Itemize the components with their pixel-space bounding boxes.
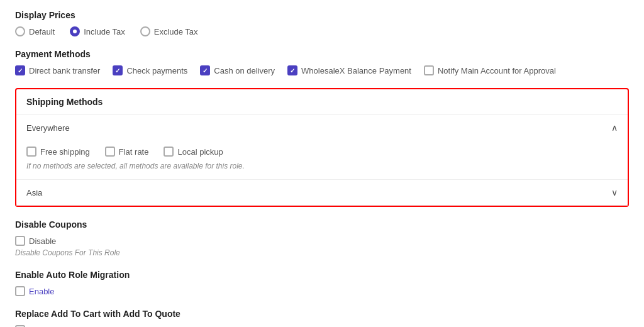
- page-container: Display Prices Default Include Tax Exclu…: [0, 0, 644, 327]
- payment-wholesalex-balance-label: WholesaleX Balance Payment: [301, 66, 411, 75]
- zone-asia-title-row[interactable]: Asia ∨: [16, 180, 628, 205]
- payment-methods-label: Payment Methods: [15, 49, 629, 59]
- shipping-local-pickup[interactable]: Local pickup: [164, 147, 223, 157]
- checkbox-disable-coupons: [15, 236, 25, 246]
- replace-add-to-cart-label: Replace Add To Cart with Add To Quote: [15, 309, 629, 319]
- disable-coupons-section: Disable Coupons Disable Disable Coupons …: [15, 219, 629, 257]
- enable-auto-role-checkbox-label: Enable: [29, 287, 54, 296]
- shipping-free[interactable]: Free shipping: [26, 147, 90, 157]
- checkbox-check-payments: [113, 65, 123, 75]
- disable-coupons-checkbox-item[interactable]: Disable: [15, 236, 629, 246]
- checkbox-cash-on-delivery: [200, 65, 210, 75]
- shipping-flat-rate[interactable]: Flat rate: [105, 147, 149, 157]
- disable-coupons-checkbox-label: Disable: [29, 236, 56, 246]
- payment-methods-group: Direct bank transfer Check payments Cash…: [15, 65, 629, 75]
- payment-cash-on-delivery[interactable]: Cash on delivery: [200, 65, 275, 75]
- checkbox-local-pickup: [164, 147, 174, 157]
- zone-everywhere-content: Free shipping Flat rate Local pickup If …: [16, 140, 628, 179]
- payment-direct-bank-label: Direct bank transfer: [29, 66, 100, 75]
- chevron-down-icon: ∨: [611, 187, 618, 197]
- checkbox-direct-bank: [15, 65, 25, 75]
- disable-coupons-sub-label: Disable Coupons For This Role: [15, 248, 629, 257]
- everywhere-methods-row: Free shipping Flat rate Local pickup: [26, 147, 618, 157]
- display-prices-radio-group: Default Include Tax Exclude Tax: [15, 26, 629, 36]
- replace-add-to-cart-section: Replace Add To Cart with Add To Quote Re…: [15, 309, 629, 327]
- radio-circle-exclude-tax: [140, 26, 150, 36]
- radio-circle-default: [15, 26, 25, 36]
- shipping-flat-rate-label: Flat rate: [119, 147, 149, 157]
- payment-direct-bank[interactable]: Direct bank transfer: [15, 65, 100, 75]
- radio-exclude-tax[interactable]: Exclude Tax: [140, 26, 198, 36]
- display-prices-label: Display Prices: [15, 10, 629, 20]
- enable-auto-role-label: Enable Auto Role Migration: [15, 270, 629, 280]
- radio-label-default: Default: [29, 27, 55, 36]
- checkbox-flat-rate: [105, 147, 115, 157]
- checkbox-free-shipping: [26, 147, 36, 157]
- enable-auto-role-checkbox-item[interactable]: Enable: [15, 286, 629, 296]
- chevron-up-icon: ∧: [611, 123, 618, 133]
- shipping-everywhere-info: If no methods are selected, all methods …: [26, 162, 618, 170]
- payment-check-payments[interactable]: Check payments: [113, 65, 187, 75]
- payment-notify-main-label: Notify Main Account for Approval: [438, 66, 556, 75]
- checkbox-notify-main: [424, 65, 434, 75]
- shipping-free-label: Free shipping: [40, 147, 90, 157]
- payment-wholesalex-balance[interactable]: WholesaleX Balance Payment: [287, 65, 411, 75]
- radio-label-include-tax: Include Tax: [84, 27, 125, 36]
- payment-notify-main[interactable]: Notify Main Account for Approval: [424, 65, 556, 75]
- zone-asia: Asia ∨: [16, 180, 628, 206]
- shipping-methods-box: Shipping Methods Everywhere ∧ Free shipp…: [15, 88, 629, 207]
- radio-default[interactable]: Default: [15, 26, 55, 36]
- display-prices-section: Display Prices Default Include Tax Exclu…: [15, 10, 629, 36]
- checkbox-enable-auto-role: [15, 286, 25, 296]
- shipping-local-pickup-label: Local pickup: [177, 147, 223, 157]
- radio-include-tax[interactable]: Include Tax: [70, 26, 125, 36]
- checkbox-wholesalex-balance: [287, 65, 297, 75]
- payment-check-payments-label: Check payments: [126, 66, 187, 75]
- disable-coupons-label: Disable Coupons: [15, 219, 629, 230]
- radio-label-exclude-tax: Exclude Tax: [154, 27, 198, 36]
- zone-everywhere-name: Everywhere: [26, 123, 70, 133]
- payment-cash-on-delivery-label: Cash on delivery: [214, 66, 275, 75]
- radio-circle-include-tax: [70, 26, 80, 36]
- zone-everywhere-title-row[interactable]: Everywhere ∧: [16, 115, 628, 140]
- payment-methods-section: Payment Methods Direct bank transfer Che…: [15, 49, 629, 75]
- enable-auto-role-section: Enable Auto Role Migration Enable: [15, 270, 629, 296]
- shipping-methods-header: Shipping Methods: [16, 89, 628, 115]
- zone-everywhere: Everywhere ∧ Free shipping Flat rate: [16, 115, 628, 180]
- zone-asia-name: Asia: [26, 188, 42, 197]
